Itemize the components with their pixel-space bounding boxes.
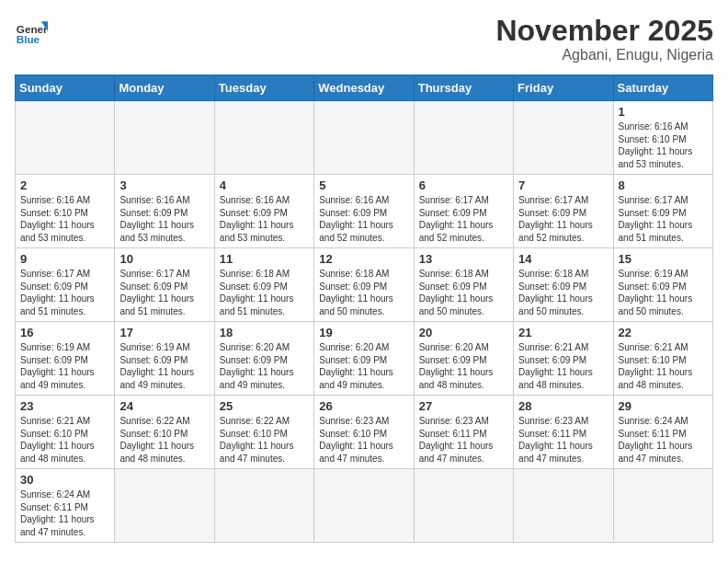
day-number: 11 bbox=[220, 252, 309, 266]
day-cell: 22Sunrise: 6:21 AM Sunset: 6:10 PM Dayli… bbox=[613, 322, 712, 396]
day-cell bbox=[115, 101, 214, 175]
day-info: Sunrise: 6:19 AM Sunset: 6:09 PM Dayligh… bbox=[619, 268, 708, 317]
week-row-5: 23Sunrise: 6:21 AM Sunset: 6:10 PM Dayli… bbox=[16, 396, 713, 469]
day-info: Sunrise: 6:20 AM Sunset: 6:09 PM Dayligh… bbox=[319, 341, 408, 391]
day-number: 15 bbox=[619, 252, 708, 266]
day-number: 30 bbox=[20, 473, 109, 487]
day-cell bbox=[514, 101, 613, 175]
week-row-1: 1Sunrise: 6:16 AM Sunset: 6:10 PM Daylig… bbox=[16, 101, 713, 175]
day-info: Sunrise: 6:16 AM Sunset: 6:09 PM Dayligh… bbox=[119, 194, 209, 244]
day-cell: 29Sunrise: 6:24 AM Sunset: 6:11 PM Dayli… bbox=[613, 396, 712, 469]
day-cell: 24Sunrise: 6:22 AM Sunset: 6:10 PM Dayli… bbox=[115, 396, 214, 469]
week-row-3: 9Sunrise: 6:17 AM Sunset: 6:09 PM Daylig… bbox=[16, 248, 713, 322]
day-number: 8 bbox=[619, 178, 708, 192]
day-number: 12 bbox=[319, 252, 408, 266]
day-info: Sunrise: 6:16 AM Sunset: 6:09 PM Dayligh… bbox=[319, 194, 408, 244]
day-cell bbox=[613, 469, 712, 543]
day-info: Sunrise: 6:21 AM Sunset: 6:09 PM Dayligh… bbox=[518, 341, 608, 391]
day-info: Sunrise: 6:23 AM Sunset: 6:11 PM Dayligh… bbox=[419, 415, 508, 465]
day-number: 21 bbox=[518, 326, 608, 339]
day-info: Sunrise: 6:18 AM Sunset: 6:09 PM Dayligh… bbox=[220, 268, 309, 317]
day-number: 10 bbox=[119, 252, 209, 266]
day-cell: 7Sunrise: 6:17 AM Sunset: 6:09 PM Daylig… bbox=[514, 175, 613, 248]
day-number: 14 bbox=[518, 252, 608, 266]
day-cell bbox=[16, 101, 115, 175]
day-number: 13 bbox=[419, 252, 508, 266]
day-number: 3 bbox=[119, 178, 209, 192]
day-number: 29 bbox=[619, 399, 708, 413]
day-number: 22 bbox=[619, 326, 708, 339]
day-info: Sunrise: 6:24 AM Sunset: 6:11 PM Dayligh… bbox=[619, 415, 708, 465]
day-info: Sunrise: 6:16 AM Sunset: 6:09 PM Dayligh… bbox=[220, 194, 309, 244]
location: Agbani, Enugu, Nigeria bbox=[495, 47, 713, 63]
day-cell bbox=[214, 469, 313, 543]
title-area: November 2025 Agbani, Enugu, Nigeria bbox=[495, 15, 713, 63]
week-row-4: 16Sunrise: 6:19 AM Sunset: 6:09 PM Dayli… bbox=[16, 322, 713, 396]
day-cell: 1Sunrise: 6:16 AM Sunset: 6:10 PM Daylig… bbox=[613, 101, 712, 175]
day-cell: 14Sunrise: 6:18 AM Sunset: 6:09 PM Dayli… bbox=[514, 248, 613, 322]
day-cell: 20Sunrise: 6:20 AM Sunset: 6:09 PM Dayli… bbox=[414, 322, 513, 396]
day-cell: 27Sunrise: 6:23 AM Sunset: 6:11 PM Dayli… bbox=[414, 396, 513, 469]
day-info: Sunrise: 6:17 AM Sunset: 6:09 PM Dayligh… bbox=[518, 194, 608, 244]
day-cell: 30Sunrise: 6:24 AM Sunset: 6:11 PM Dayli… bbox=[16, 469, 115, 543]
day-info: Sunrise: 6:19 AM Sunset: 6:09 PM Dayligh… bbox=[119, 341, 209, 391]
day-info: Sunrise: 6:23 AM Sunset: 6:11 PM Dayligh… bbox=[518, 415, 608, 465]
day-cell: 2Sunrise: 6:16 AM Sunset: 6:10 PM Daylig… bbox=[16, 175, 115, 248]
day-info: Sunrise: 6:18 AM Sunset: 6:09 PM Dayligh… bbox=[518, 268, 608, 317]
day-info: Sunrise: 6:19 AM Sunset: 6:09 PM Dayligh… bbox=[20, 341, 109, 391]
day-cell: 10Sunrise: 6:17 AM Sunset: 6:09 PM Dayli… bbox=[115, 248, 214, 322]
day-cell: 17Sunrise: 6:19 AM Sunset: 6:09 PM Dayli… bbox=[115, 322, 214, 396]
day-cell bbox=[514, 469, 613, 543]
logo: General Blue bbox=[15, 15, 48, 48]
day-cell: 11Sunrise: 6:18 AM Sunset: 6:09 PM Dayli… bbox=[214, 248, 313, 322]
day-number: 24 bbox=[119, 399, 209, 413]
day-info: Sunrise: 6:16 AM Sunset: 6:10 PM Dayligh… bbox=[20, 194, 109, 244]
day-cell: 16Sunrise: 6:19 AM Sunset: 6:09 PM Dayli… bbox=[16, 322, 115, 396]
day-cell: 26Sunrise: 6:23 AM Sunset: 6:10 PM Dayli… bbox=[314, 396, 414, 469]
day-cell bbox=[314, 469, 414, 543]
day-info: Sunrise: 6:17 AM Sunset: 6:09 PM Dayligh… bbox=[619, 194, 708, 244]
day-number: 4 bbox=[220, 178, 309, 192]
day-number: 26 bbox=[319, 399, 408, 413]
day-info: Sunrise: 6:21 AM Sunset: 6:10 PM Dayligh… bbox=[20, 415, 109, 465]
day-cell bbox=[414, 469, 513, 543]
day-number: 23 bbox=[20, 399, 109, 413]
calendar-table: SundayMondayTuesdayWednesdayThursdayFrid… bbox=[15, 75, 713, 543]
weekday-header-row: SundayMondayTuesdayWednesdayThursdayFrid… bbox=[16, 75, 713, 101]
day-info: Sunrise: 6:17 AM Sunset: 6:09 PM Dayligh… bbox=[20, 268, 109, 317]
page-header: General Blue November 2025 Agbani, Enugu… bbox=[15, 15, 713, 63]
day-cell bbox=[314, 101, 414, 175]
day-info: Sunrise: 6:16 AM Sunset: 6:10 PM Dayligh… bbox=[619, 121, 708, 170]
day-number: 20 bbox=[419, 326, 508, 339]
day-info: Sunrise: 6:17 AM Sunset: 6:09 PM Dayligh… bbox=[119, 268, 209, 317]
day-number: 18 bbox=[220, 326, 309, 339]
day-cell: 23Sunrise: 6:21 AM Sunset: 6:10 PM Dayli… bbox=[16, 396, 115, 469]
day-number: 16 bbox=[20, 326, 109, 339]
weekday-header-wednesday: Wednesday bbox=[314, 75, 414, 101]
weekday-header-sunday: Sunday bbox=[16, 75, 115, 101]
week-row-2: 2Sunrise: 6:16 AM Sunset: 6:10 PM Daylig… bbox=[16, 175, 713, 248]
day-cell bbox=[115, 469, 214, 543]
day-cell: 13Sunrise: 6:18 AM Sunset: 6:09 PM Dayli… bbox=[414, 248, 513, 322]
day-cell: 21Sunrise: 6:21 AM Sunset: 6:09 PM Dayli… bbox=[514, 322, 613, 396]
day-cell: 25Sunrise: 6:22 AM Sunset: 6:10 PM Dayli… bbox=[214, 396, 313, 469]
week-row-6: 30Sunrise: 6:24 AM Sunset: 6:11 PM Dayli… bbox=[16, 469, 713, 543]
month-title: November 2025 bbox=[495, 15, 713, 47]
day-cell: 6Sunrise: 6:17 AM Sunset: 6:09 PM Daylig… bbox=[414, 175, 513, 248]
weekday-header-friday: Friday bbox=[514, 75, 613, 101]
day-number: 9 bbox=[20, 252, 109, 266]
day-cell: 18Sunrise: 6:20 AM Sunset: 6:09 PM Dayli… bbox=[214, 322, 313, 396]
day-info: Sunrise: 6:22 AM Sunset: 6:10 PM Dayligh… bbox=[220, 415, 309, 465]
day-number: 25 bbox=[220, 399, 309, 413]
day-info: Sunrise: 6:18 AM Sunset: 6:09 PM Dayligh… bbox=[419, 268, 508, 317]
day-number: 7 bbox=[518, 178, 608, 192]
day-number: 5 bbox=[319, 178, 408, 192]
weekday-header-tuesday: Tuesday bbox=[214, 75, 313, 101]
day-info: Sunrise: 6:20 AM Sunset: 6:09 PM Dayligh… bbox=[419, 341, 508, 391]
day-info: Sunrise: 6:23 AM Sunset: 6:10 PM Dayligh… bbox=[319, 415, 408, 465]
svg-text:Blue: Blue bbox=[17, 33, 40, 45]
weekday-header-saturday: Saturday bbox=[613, 75, 712, 101]
day-cell: 15Sunrise: 6:19 AM Sunset: 6:09 PM Dayli… bbox=[613, 248, 712, 322]
day-cell: 8Sunrise: 6:17 AM Sunset: 6:09 PM Daylig… bbox=[613, 175, 712, 248]
weekday-header-monday: Monday bbox=[115, 75, 214, 101]
